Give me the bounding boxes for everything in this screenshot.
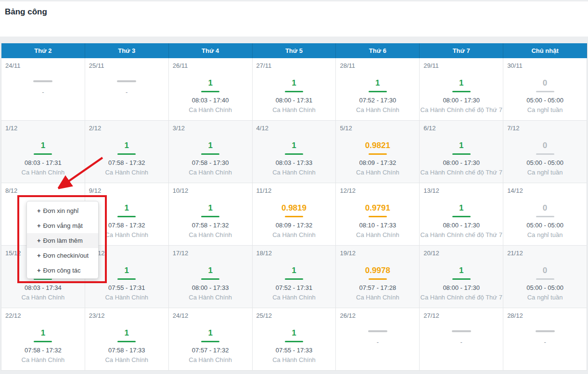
popup-menu-item[interactable]: +Đơn vắng mặt bbox=[27, 218, 98, 233]
work-value: 1 bbox=[85, 141, 168, 150]
day-cell-content: 107:58 - 17:32Ca Hành Chính bbox=[85, 141, 168, 176]
day-cell[interactable]: 10/12107:58 - 17:32Ca Hành Chính bbox=[169, 183, 253, 246]
work-value: 0 bbox=[503, 266, 587, 275]
shift-name: Ca nghỉ tuần bbox=[503, 294, 587, 301]
day-cell[interactable]: 23/12107:58 - 17:33Ca Hành Chính bbox=[85, 308, 169, 371]
day-cell-content: 108:00 - 17:30Ca Hành Chính chế độ Thứ 7 bbox=[420, 78, 503, 113]
day-cell[interactable]: 25/11- bbox=[85, 58, 169, 121]
checkin-checkout-time: 05:00 - 05:00 bbox=[503, 97, 587, 104]
value-underline bbox=[201, 341, 219, 342]
day-date: 18/12 bbox=[256, 249, 272, 257]
day-cell[interactable]: 5/120.982108:09 - 17:32Ca Hành Chính bbox=[336, 121, 420, 183]
work-value: 1 bbox=[420, 266, 503, 275]
checkin-checkout-time: 07:52 - 17:31 bbox=[253, 284, 336, 291]
checkin-checkout-time: 07:57 - 17:32 bbox=[169, 347, 252, 354]
day-cell[interactable]: 24/11- bbox=[1, 58, 85, 121]
day-cell[interactable]: 1/12108:03 - 17:31Ca Hành Chính bbox=[1, 121, 85, 183]
checkin-checkout-time: 08:09 - 17:32 bbox=[253, 222, 336, 229]
work-value: 1 bbox=[253, 78, 336, 88]
day-cell[interactable]: 21/12005:00 - 05:00Ca nghỉ tuần bbox=[503, 246, 587, 308]
value-underline bbox=[369, 153, 387, 155]
day-cell[interactable]: 12/120.979108:10 - 17:33Ca Hành Chính bbox=[336, 183, 420, 246]
shift-name: Ca Hành Chính bbox=[169, 294, 252, 301]
no-data-placeholder: - bbox=[420, 338, 503, 346]
day-cell-content: 005:00 - 05:00Ca nghỉ tuần bbox=[503, 141, 587, 176]
checkin-checkout-time: 05:00 - 05:00 bbox=[503, 222, 587, 229]
day-cell[interactable]: 28/11107:52 - 17:30Ca Hành Chính bbox=[336, 58, 420, 121]
day-date: 13/12 bbox=[423, 187, 439, 194]
day-cell[interactable]: 6/12108:00 - 17:30Ca Hành Chính chế độ T… bbox=[420, 121, 503, 183]
no-data-dash bbox=[117, 80, 136, 82]
shift-name: Ca Hành Chính bbox=[336, 294, 419, 301]
day-cell-content: 005:00 - 05:00Ca nghỉ tuần bbox=[503, 78, 587, 113]
day-cell[interactable]: 17/12108:00 - 17:33Ca Hành Chính bbox=[169, 246, 253, 308]
checkin-checkout-time: 07:57 - 17:28 bbox=[336, 284, 419, 291]
checkin-checkout-time: 08:09 - 17:32 bbox=[336, 159, 419, 166]
day-date: 24/11 bbox=[5, 62, 21, 69]
day-cell-content: - bbox=[336, 328, 419, 346]
checkin-checkout-time: 07:55 - 17:31 bbox=[85, 284, 168, 291]
day-date: 30/11 bbox=[507, 62, 523, 69]
day-cell[interactable]: 26/12- bbox=[336, 308, 420, 371]
day-cell-content: 0.979108:10 - 17:33Ca Hành Chính bbox=[336, 203, 419, 238]
day-cell[interactable]: 4/12108:03 - 17:33Ca Hành Chính bbox=[253, 121, 336, 183]
day-cell[interactable]: 11/120.981908:09 - 17:32Ca Hành Chính bbox=[253, 183, 336, 246]
day-cell[interactable]: 27/12- bbox=[420, 308, 503, 371]
day-cell-content: 108:03 - 17:40Ca Hành Chính bbox=[169, 78, 252, 113]
day-cell-content: 107:55 - 17:33Ca Hành Chính bbox=[253, 328, 336, 363]
work-value: 0.9819 bbox=[253, 203, 336, 213]
shift-name: Ca Hành Chính bbox=[336, 106, 419, 113]
day-date: 11/12 bbox=[256, 187, 272, 194]
day-cell[interactable]: 22/12107:58 - 17:32Ca Hành Chính bbox=[1, 308, 85, 371]
day-cell[interactable]: 25/12107:55 - 17:33Ca Hành Chính bbox=[253, 308, 336, 371]
day-date: 26/12 bbox=[340, 312, 356, 319]
popup-menu-item[interactable]: +Đơn công tác bbox=[27, 263, 98, 278]
day-cell[interactable]: 18/12107:52 - 17:31Ca Hành Chính bbox=[253, 246, 336, 308]
checkin-checkout-time: 07:58 - 17:32 bbox=[1, 347, 85, 354]
day-header: Thứ 4 bbox=[169, 43, 253, 58]
day-cell[interactable]: 29/11108:00 - 17:30Ca Hành Chính chế độ … bbox=[420, 58, 503, 121]
day-cell[interactable]: 30/11005:00 - 05:00Ca nghỉ tuần bbox=[503, 58, 587, 121]
day-cell[interactable]: 26/11108:03 - 17:40Ca Hành Chính bbox=[169, 58, 253, 121]
popup-menu-item[interactable]: +Đơn xin nghỉ bbox=[27, 203, 98, 218]
value-underline bbox=[536, 216, 554, 217]
day-cell[interactable]: 2/12107:58 - 17:32Ca Hành Chính bbox=[85, 121, 169, 183]
work-value: 1 bbox=[420, 203, 503, 213]
value-underline bbox=[452, 153, 471, 155]
work-value: 1 bbox=[1, 141, 85, 150]
no-data-dash bbox=[452, 330, 471, 332]
day-cell[interactable]: 27/11108:00 - 17:31Ca Hành Chính bbox=[253, 58, 336, 121]
no-data-dash bbox=[33, 80, 52, 82]
top-bar: Bảng công bbox=[0, 1, 588, 37]
shift-name: Ca Hành Chính chế độ Thứ 7 bbox=[420, 169, 503, 176]
day-cell-content: 0.981908:09 - 17:32Ca Hành Chính bbox=[253, 203, 336, 238]
day-cell[interactable]: 28/12- bbox=[503, 308, 587, 371]
day-cell[interactable]: 19/120.997807:57 - 17:28Ca Hành Chính bbox=[336, 246, 420, 308]
day-cell-content: 0.982108:09 - 17:32Ca Hành Chính bbox=[336, 141, 419, 176]
day-cell[interactable]: 7/12005:00 - 05:00Ca nghỉ tuần bbox=[503, 121, 587, 183]
work-value: 1 bbox=[253, 328, 336, 338]
day-header: Thứ 5 bbox=[253, 43, 336, 58]
popup-menu-item[interactable]: +Đơn làm thêm bbox=[27, 233, 98, 248]
shift-name: Ca Hành Chính bbox=[1, 356, 85, 363]
day-cell-content: 107:57 - 17:32Ca Hành Chính bbox=[169, 328, 252, 363]
work-value: 1 bbox=[169, 78, 252, 88]
day-date: 20/12 bbox=[423, 249, 439, 257]
day-cell[interactable]: 24/12107:57 - 17:32Ca Hành Chính bbox=[169, 308, 253, 371]
day-header: Thứ 2 bbox=[1, 43, 85, 58]
plus-icon: + bbox=[37, 267, 41, 274]
day-date: 7/12 bbox=[507, 125, 519, 132]
day-cell[interactable]: 13/12108:00 - 17:30Ca Hành Chính chế độ … bbox=[420, 183, 503, 246]
work-value: 1 bbox=[1, 328, 85, 338]
checkin-checkout-time: 08:00 - 17:30 bbox=[420, 284, 503, 291]
day-cell[interactable]: 20/12108:00 - 17:30Ca Hành Chính chế độ … bbox=[420, 246, 503, 308]
day-cell-content: 108:03 - 17:33Ca Hành Chính bbox=[253, 141, 336, 176]
shift-name: Ca Hành Chính chế độ Thứ 7 bbox=[420, 231, 503, 238]
day-cell[interactable]: 3/12107:58 - 17:30Ca Hành Chính bbox=[169, 121, 253, 183]
day-cell-content: 108:00 - 17:31Ca Hành Chính bbox=[253, 78, 336, 113]
checkin-checkout-time: 08:00 - 17:31 bbox=[253, 97, 336, 104]
day-cell[interactable]: 14/12005:00 - 05:00Ca nghỉ tuần bbox=[503, 183, 587, 246]
day-date: 5/12 bbox=[340, 125, 352, 132]
popup-menu-item[interactable]: +Đơn checkin/out bbox=[27, 248, 98, 263]
shift-name: Ca Hành Chính bbox=[169, 356, 252, 363]
